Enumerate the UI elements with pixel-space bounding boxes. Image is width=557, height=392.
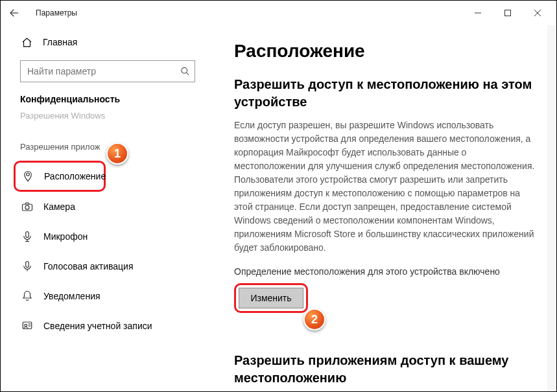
close-icon: [534, 10, 541, 16]
svg-line-6: [186, 73, 189, 75]
sidebar-category: Конфиденциальность: [1, 91, 208, 111]
arrow-left-icon: [8, 7, 20, 19]
account-icon: [21, 320, 33, 332]
sidebar-item-label: Уведомления: [43, 291, 101, 301]
section-heading-app-location: Разрешить приложениям доступ к вашему ме…: [234, 352, 537, 387]
svg-point-7: [27, 173, 30, 176]
voice-icon: [21, 260, 33, 272]
change-button[interactable]: Изменить: [239, 288, 303, 308]
svg-point-9: [25, 205, 29, 209]
titlebar: Параметры: [1, 1, 556, 25]
minimize-icon: [475, 10, 481, 16]
minimize-button[interactable]: [463, 3, 493, 23]
search-input[interactable]: [20, 60, 195, 82]
sidebar-item-label: Голосовая активация: [43, 261, 134, 271]
main-content: Расположение Разрешить доступ к местопол…: [208, 25, 556, 391]
maximize-icon: [504, 10, 511, 16]
back-button[interactable]: [5, 3, 24, 23]
sidebar-item-microphone[interactable]: Микрофон: [1, 222, 208, 251]
svg-rect-2: [505, 10, 511, 16]
location-icon: [22, 170, 34, 182]
close-button[interactable]: [523, 3, 552, 23]
sidebar-group-heading: Разрешения прилож: [1, 124, 208, 161]
page-title: Расположение: [234, 41, 537, 62]
step-marker-2: 2: [303, 308, 326, 330]
window-title: Параметры: [36, 8, 77, 17]
scrollbar[interactable]: [547, 25, 556, 391]
search-icon: [180, 67, 190, 76]
sidebar-prev-item-faded: Разрешения Windows: [1, 111, 208, 124]
sidebar: Главная Конфиденциальность Разрешения Wi…: [1, 25, 208, 391]
sidebar-home[interactable]: Главная: [1, 29, 208, 55]
home-icon: [21, 37, 32, 48]
sidebar-item-voice-activation[interactable]: Голосовая активация: [1, 251, 208, 281]
sidebar-item-label: Расположение: [44, 171, 106, 181]
sidebar-item-label: Микрофон: [43, 231, 88, 242]
sidebar-item-location[interactable]: Расположение: [14, 161, 106, 192]
sidebar-item-label: Камера: [43, 202, 75, 212]
search-container: [20, 60, 195, 82]
step-marker-1: 1: [106, 143, 128, 165]
sidebar-item-camera[interactable]: Камера: [1, 192, 208, 222]
camera-icon: [21, 201, 33, 213]
sidebar-item-notifications[interactable]: Уведомления: [1, 281, 208, 311]
svg-rect-10: [26, 232, 29, 238]
location-status-text: Определение местоположения для этого уст…: [234, 266, 537, 277]
sidebar-item-account-info[interactable]: Сведения учетной записи: [1, 311, 208, 341]
section-heading-device-location: Разрешить доступ к местоположению на это…: [234, 76, 537, 111]
microphone-icon: [21, 231, 33, 242]
svg-rect-13: [26, 262, 29, 268]
sidebar-home-label: Главная: [43, 37, 77, 47]
svg-point-5: [182, 67, 187, 73]
change-button-highlight: Изменить 2: [234, 283, 308, 313]
bell-icon: [21, 290, 33, 302]
maximize-button[interactable]: [493, 3, 523, 23]
sidebar-item-label: Сведения учетной записи: [43, 321, 152, 331]
section-body-device-location: Если доступ разрешен, вы разрешите Windo…: [234, 119, 537, 255]
svg-point-16: [25, 324, 27, 327]
